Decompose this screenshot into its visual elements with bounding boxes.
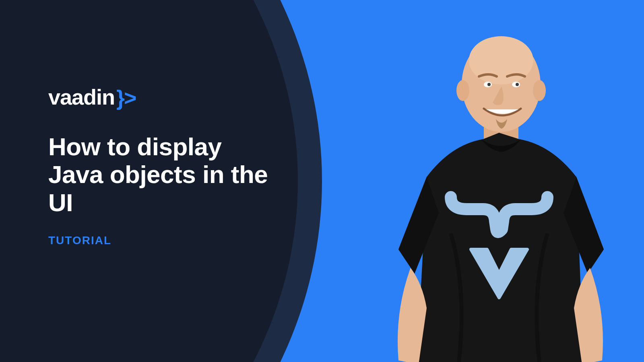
svg-point-6 xyxy=(487,83,491,86)
presenter-illustration-icon xyxy=(378,24,620,362)
svg-point-3 xyxy=(456,80,469,101)
category-label: TUTORIAL xyxy=(48,234,274,247)
vaadin-logo: vaadin }> xyxy=(48,84,274,109)
video-title: How to display Java objects in the UI xyxy=(48,133,274,216)
svg-point-4 xyxy=(533,80,546,101)
text-block: vaadin }> How to display Java objects in… xyxy=(48,84,274,247)
presenter-figure xyxy=(378,24,620,362)
thumbnail-canvas: vaadin }> How to display Java objects in… xyxy=(0,0,644,362)
svg-point-8 xyxy=(516,83,519,86)
logo-glyph-icon: }> xyxy=(116,85,136,110)
logo-wordmark: vaadin xyxy=(48,84,115,109)
